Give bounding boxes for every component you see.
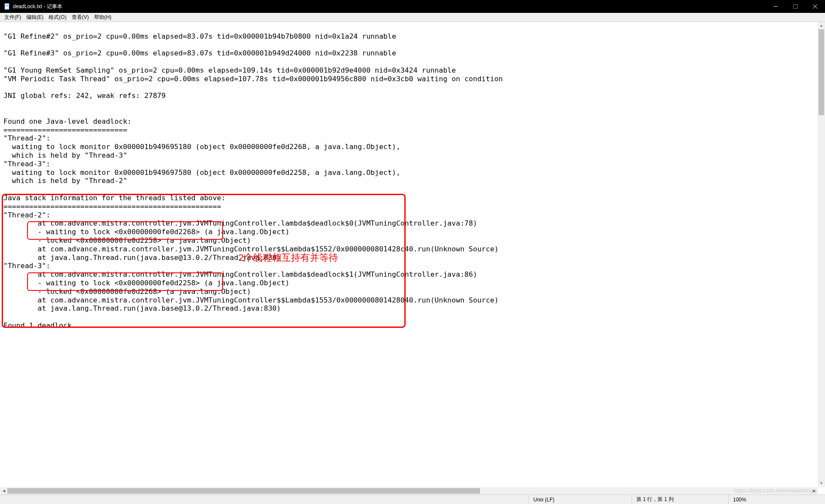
menu-edit[interactable]: 编辑(E): [24, 13, 46, 22]
window-controls: [766, 0, 825, 13]
menu-view[interactable]: 查看(V): [69, 13, 92, 22]
status-cursor-position: 第 1 行，第 1 列: [632, 495, 728, 504]
window-title: deadLock.txt - 记事本: [13, 3, 62, 10]
horizontal-scrollbar[interactable]: ◀ ▶: [0, 487, 818, 495]
annotation-label: 2个线程相互持有并等待: [238, 251, 338, 264]
menubar: 文件(F) 编辑(E) 格式(O) 查看(V) 帮助(H): [0, 13, 825, 22]
menu-file[interactable]: 文件(F): [2, 13, 24, 22]
text-content[interactable]: "G1 Refine#2" os_prio=2 cpu=0.00ms elaps…: [0, 22, 825, 332]
editor-area[interactable]: "G1 Refine#2" os_prio=2 cpu=0.00ms elaps…: [0, 22, 825, 486]
svg-rect-5: [793, 4, 798, 9]
close-button[interactable]: [805, 0, 825, 13]
status-line-ending: Unix (LF): [529, 495, 632, 504]
horizontal-scrollbar-thumb[interactable]: [7, 488, 480, 494]
vertical-scrollbar[interactable]: ▲ ▼: [818, 22, 825, 487]
notepad-icon: [3, 3, 10, 10]
window-titlebar: deadLock.txt - 记事本: [0, 0, 825, 13]
menu-format[interactable]: 格式(O): [46, 13, 69, 22]
scroll-down-arrow[interactable]: ▼: [818, 480, 825, 487]
menu-help[interactable]: 帮助(H): [92, 13, 114, 22]
minimize-button[interactable]: [766, 0, 785, 13]
scroll-right-arrow[interactable]: ▶: [810, 487, 818, 495]
statusbar: Unix (LF) 第 1 行，第 1 列 100%: [0, 495, 825, 504]
status-zoom: 100%: [728, 495, 825, 504]
scroll-up-arrow[interactable]: ▲: [818, 22, 825, 29]
maximize-button[interactable]: [785, 0, 805, 13]
vertical-scrollbar-thumb[interactable]: [819, 29, 824, 115]
scroll-left-arrow[interactable]: ◀: [0, 487, 7, 495]
